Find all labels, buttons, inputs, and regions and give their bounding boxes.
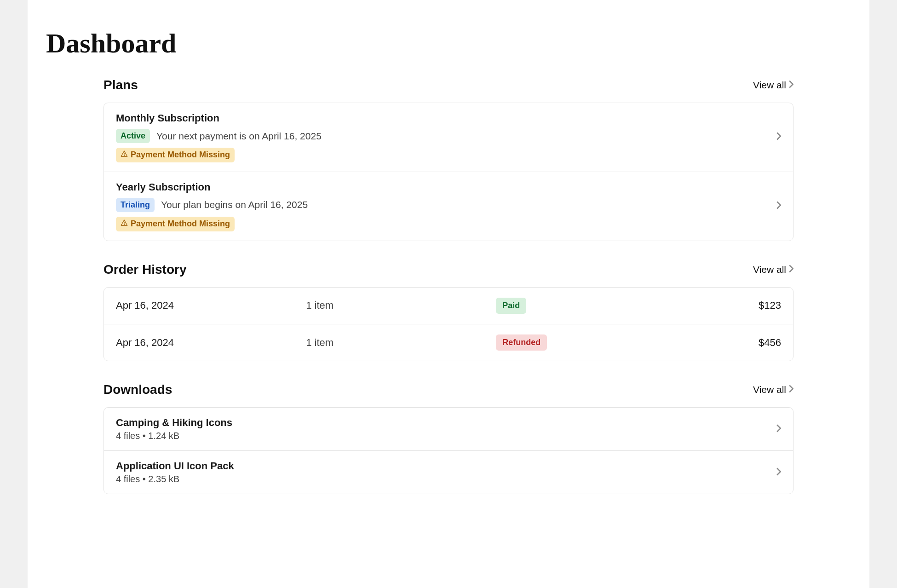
order-amount: $456 <box>686 337 781 349</box>
plans-section: Plans View all Monthly Subscription Acti… <box>104 78 794 241</box>
page-title: Dashboard <box>28 28 869 78</box>
downloads-heading: Downloads <box>104 382 172 397</box>
order-date: Apr 16, 2024 <box>116 300 306 311</box>
status-badge: Trialing <box>116 198 155 212</box>
plan-row[interactable]: Yearly Subscription Trialing Your plan b… <box>104 172 793 241</box>
plan-name: Yearly Subscription <box>116 181 308 193</box>
order-date: Apr 16, 2024 <box>116 337 306 349</box>
chevron-right-icon <box>789 80 794 91</box>
downloads-view-all-link[interactable]: View all <box>753 384 794 395</box>
downloads-section: Downloads View all Camping & Hiking Icon… <box>104 382 794 494</box>
plans-view-all-link[interactable]: View all <box>753 80 794 91</box>
warning-text: Payment Method Missing <box>131 219 230 229</box>
chevron-right-icon <box>789 384 794 395</box>
order-status-badge: Refunded <box>496 334 547 351</box>
chevron-right-icon <box>789 264 794 275</box>
order-status-badge: Paid <box>496 298 526 314</box>
download-name: Application UI Icon Pack <box>116 460 234 472</box>
chevron-right-icon <box>776 201 781 211</box>
chevron-right-icon <box>776 424 781 434</box>
orders-heading: Order History <box>104 262 187 277</box>
orders-list: Apr 16, 2024 1 item Paid $123 Apr 16, 20… <box>104 287 794 362</box>
orders-section: Order History View all Apr 16, 2024 1 it… <box>104 262 794 362</box>
downloads-list: Camping & Hiking Icons 4 files • 1.24 kB… <box>104 407 794 494</box>
warning-text: Payment Method Missing <box>131 150 230 160</box>
order-item-count: 1 item <box>306 337 496 349</box>
download-meta: 4 files • 2.35 kB <box>116 474 234 484</box>
order-row[interactable]: Apr 16, 2024 1 item Paid $123 <box>104 288 793 324</box>
chevron-right-icon <box>776 132 781 142</box>
download-row[interactable]: Application UI Icon Pack 4 files • 2.35 … <box>104 451 793 494</box>
order-amount: $123 <box>686 300 781 311</box>
warning-icon <box>121 219 128 229</box>
chevron-right-icon <box>776 467 781 478</box>
order-row[interactable]: Apr 16, 2024 1 item Refunded $456 <box>104 324 793 361</box>
download-name: Camping & Hiking Icons <box>116 417 232 429</box>
download-row[interactable]: Camping & Hiking Icons 4 files • 1.24 kB <box>104 408 793 451</box>
warning-badge: Payment Method Missing <box>116 217 235 231</box>
svg-point-0 <box>124 156 125 156</box>
order-item-count: 1 item <box>306 300 496 311</box>
plan-detail: Your plan begins on April 16, 2025 <box>161 199 308 210</box>
orders-view-all-link[interactable]: View all <box>753 264 794 275</box>
download-meta: 4 files • 1.24 kB <box>116 431 232 441</box>
status-badge: Active <box>116 129 150 143</box>
view-all-label: View all <box>753 384 786 395</box>
plan-name: Monthly Subscription <box>116 112 322 124</box>
plans-list: Monthly Subscription Active Your next pa… <box>104 103 794 241</box>
plans-heading: Plans <box>104 78 138 92</box>
warning-badge: Payment Method Missing <box>116 148 235 162</box>
view-all-label: View all <box>753 80 786 91</box>
svg-point-1 <box>124 225 125 225</box>
plan-detail: Your next payment is on April 16, 2025 <box>156 131 322 142</box>
plan-row[interactable]: Monthly Subscription Active Your next pa… <box>104 103 793 172</box>
warning-icon <box>121 150 128 160</box>
view-all-label: View all <box>753 264 786 275</box>
